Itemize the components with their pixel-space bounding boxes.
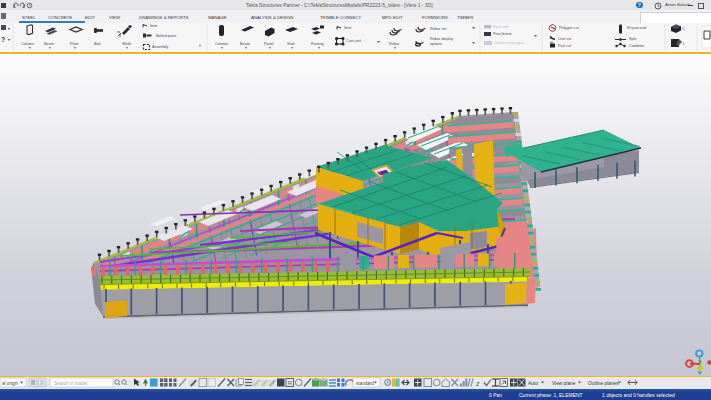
svg-text:0 Pan: 0 Pan bbox=[489, 392, 502, 398]
svg-text:Column: Column bbox=[215, 42, 228, 46]
svg-text:Outline planes: Outline planes bbox=[588, 381, 619, 386]
svg-text:MPD EDIT: MPD EDIT bbox=[382, 15, 403, 20]
svg-text:Column: Column bbox=[21, 42, 34, 46]
svg-text:Search in model: Search in model bbox=[54, 381, 87, 386]
svg-text:z: z bbox=[475, 380, 480, 387]
svg-text:R: R bbox=[288, 380, 293, 386]
svg-text:standard: standard bbox=[356, 381, 374, 386]
svg-text:ANALYSIS & DESIGN: ANALYSIS & DESIGN bbox=[251, 15, 293, 20]
svg-text:Assembly: Assembly bbox=[152, 45, 169, 49]
svg-text:Bolt: Bolt bbox=[94, 42, 101, 46]
svg-text:Auto: Auto bbox=[528, 381, 538, 386]
svg-text:Current phase: 1, ELEMENT: Current phase: 1, ELEMENT bbox=[519, 392, 583, 398]
svg-text:VIEW: VIEW bbox=[109, 15, 121, 20]
svg-text:J: J bbox=[682, 42, 684, 46]
svg-text:Part cut: Part cut bbox=[558, 44, 572, 48]
svg-text:Line cut: Line cut bbox=[558, 37, 572, 41]
svg-text:Panel: Panel bbox=[264, 42, 274, 46]
svg-text:Fit part end: Fit part end bbox=[627, 26, 646, 30]
svg-text:Combine: Combine bbox=[629, 44, 644, 48]
svg-text:Slab: Slab bbox=[287, 42, 295, 46]
svg-text:Pour break: Pour break bbox=[493, 32, 512, 36]
svg-text:DRAWINGS & REPORTS: DRAWINGS & REPORTS bbox=[139, 15, 189, 20]
svg-text:EDIT: EDIT bbox=[85, 15, 95, 20]
svg-text:Split: Split bbox=[629, 37, 637, 41]
svg-text:Pour unit: Pour unit bbox=[493, 25, 509, 29]
svg-text:Bolted parts: Bolted parts bbox=[156, 34, 176, 38]
svg-text:MANAGE: MANAGE bbox=[208, 15, 227, 20]
svg-text:Tekla Structures Partner - C: Tekla Structures Partner - C:\TeklaStruc… bbox=[246, 2, 433, 8]
svg-text:Convert pour geo...: Convert pour geo... bbox=[494, 41, 527, 45]
svg-text:Beam: Beam bbox=[240, 42, 250, 46]
svg-text:View plane: View plane bbox=[552, 381, 576, 386]
svg-text:Weld: Weld bbox=[122, 42, 131, 46]
svg-text:Plate: Plate bbox=[70, 42, 79, 46]
svg-text:C: C bbox=[682, 27, 685, 31]
svg-text:Item: Item bbox=[344, 26, 351, 30]
svg-text:Item: Item bbox=[150, 24, 157, 28]
svg-text:options: options bbox=[430, 42, 442, 46]
svg-text:Rebar set: Rebar set bbox=[430, 27, 447, 31]
svg-text:al origin: al origin bbox=[2, 381, 19, 386]
svg-text:1 objects and 0 handles select: 1 objects and 0 handles selected bbox=[602, 392, 675, 398]
svg-text:Rebar display: Rebar display bbox=[430, 37, 453, 41]
svg-text:STEEL: STEEL bbox=[22, 15, 36, 20]
svg-text:Beam: Beam bbox=[44, 42, 54, 46]
svg-text:Cast unit: Cast unit bbox=[346, 39, 362, 43]
svg-text:Rebar: Rebar bbox=[389, 42, 400, 46]
svg-text:Polygon cut: Polygon cut bbox=[559, 26, 580, 30]
svg-text:CONCRETE: CONCRETE bbox=[48, 15, 72, 20]
svg-text:FORMWORK: FORMWORK bbox=[422, 15, 448, 20]
svg-text:Footing: Footing bbox=[311, 42, 324, 46]
svg-text:Anton Balash: Anton Balash bbox=[665, 2, 691, 7]
svg-text:TRIMBLE CONNECT: TRIMBLE CONNECT bbox=[320, 15, 361, 20]
svg-text:TIMBER: TIMBER bbox=[457, 15, 473, 20]
